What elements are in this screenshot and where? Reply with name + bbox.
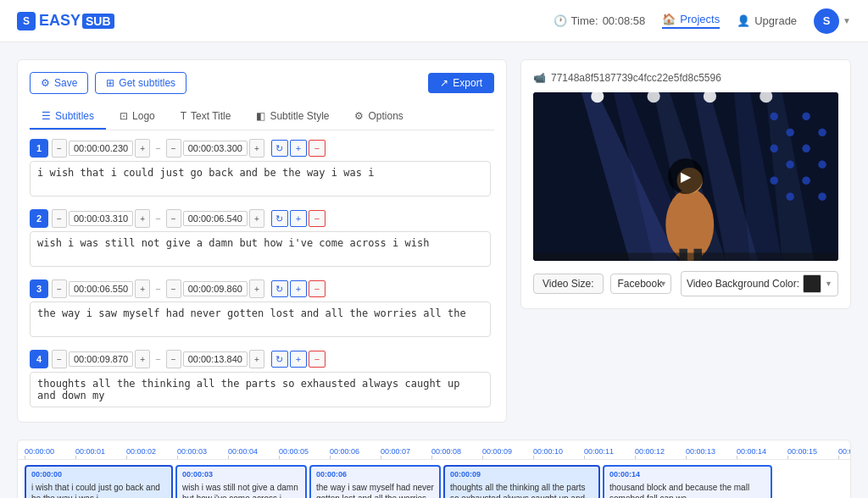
clip-start-time: 00:00:00 bbox=[31, 470, 166, 480]
avatar[interactable]: S bbox=[814, 8, 839, 34]
end-time-increase[interactable]: + bbox=[249, 279, 264, 298]
save-button[interactable]: ⚙ Save bbox=[30, 72, 88, 94]
timeline-clip[interactable]: 00:00:00 i wish that i could just go bac… bbox=[25, 465, 173, 498]
avatar-dropdown[interactable]: S ▼ bbox=[814, 8, 851, 34]
projects-nav[interactable]: 🏠 Projects bbox=[662, 13, 720, 29]
svg-point-15 bbox=[818, 161, 826, 169]
timeline-container: 00:00:0000:00:0100:00:0200:00:0300:00:04… bbox=[17, 440, 851, 498]
remove-row-button[interactable]: − bbox=[309, 351, 326, 368]
export-button[interactable]: ↗ Export bbox=[428, 73, 494, 93]
subtitle-number: 2 bbox=[30, 209, 48, 228]
end-time-decrease[interactable]: − bbox=[166, 139, 181, 158]
refresh-button[interactable]: ↻ bbox=[271, 351, 288, 368]
tab-logo[interactable]: ⊡ Logo bbox=[108, 104, 167, 130]
end-time-decrease[interactable]: − bbox=[166, 209, 181, 228]
ruler-tick: 00:00:14 bbox=[737, 447, 787, 456]
tab-options[interactable]: ⚙ Options bbox=[342, 104, 415, 130]
projects-label: Projects bbox=[680, 13, 720, 25]
export-icon: ↗ bbox=[440, 77, 448, 89]
add-row-button[interactable]: + bbox=[290, 280, 307, 297]
ruler-tick: 00:00:08 bbox=[431, 447, 482, 456]
svg-point-9 bbox=[786, 129, 793, 136]
add-row-button[interactable]: + bbox=[290, 210, 307, 227]
video-icon: 📹 bbox=[533, 72, 546, 84]
end-time-decrease[interactable]: − bbox=[166, 350, 181, 368]
start-time-decrease[interactable]: − bbox=[52, 139, 67, 158]
start-time-value: 00:00:09.870 bbox=[69, 351, 133, 367]
timeline-ruler: 00:00:0000:00:0100:00:0200:00:0300:00:04… bbox=[18, 447, 850, 460]
time-dash: − bbox=[153, 143, 162, 153]
timeline-clip[interactable]: 00:00:09 thoughts all the thinking all t… bbox=[443, 465, 600, 498]
end-time-decrease[interactable]: − bbox=[166, 279, 181, 298]
start-time-increase[interactable]: + bbox=[135, 279, 150, 298]
timeline-tracks[interactable]: 00:00:00 i wish that i could just go bac… bbox=[18, 460, 850, 498]
end-time-increase[interactable]: + bbox=[249, 350, 264, 368]
start-time-decrease[interactable]: − bbox=[52, 279, 67, 298]
clock-icon: 🕐 bbox=[554, 14, 567, 27]
timeline-clip[interactable]: 00:00:03 wish i was still not give a dam… bbox=[175, 465, 307, 498]
ruler-tick: 00:00:05 bbox=[279, 447, 330, 456]
subtitle-style-tab-icon: ◧ bbox=[256, 110, 265, 122]
tab-subtitles[interactable]: ☰ Subtitles bbox=[30, 104, 106, 130]
add-row-button[interactable]: + bbox=[290, 140, 307, 157]
end-time-control: − 00:00:09.860 + bbox=[166, 279, 264, 298]
start-time-value: 00:00:00.230 bbox=[69, 141, 133, 156]
main-content: ⚙ Save ⊞ Get subtitles ↗ Export ☰ Subtit… bbox=[0, 42, 868, 440]
timeline-clip[interactable]: 00:00:14 thousand block and because the … bbox=[603, 465, 772, 498]
color-dropdown-arrow-icon[interactable]: ▼ bbox=[825, 279, 832, 288]
remove-row-button[interactable]: − bbox=[309, 280, 326, 297]
video-size-select[interactable]: Facebook YouTube Instagram Twitter Custo… bbox=[610, 274, 671, 294]
video-player[interactable]: ▶ bbox=[533, 92, 838, 261]
color-swatch[interactable] bbox=[803, 274, 821, 293]
home-icon: 🏠 bbox=[662, 13, 676, 25]
time-dash: − bbox=[153, 284, 162, 294]
ruler-tick: 00:00:02 bbox=[126, 447, 177, 456]
tab-text-title[interactable]: T Text Title bbox=[169, 104, 243, 130]
start-time-decrease[interactable]: − bbox=[52, 209, 67, 228]
start-time-decrease[interactable]: − bbox=[52, 350, 67, 368]
remove-row-button[interactable]: − bbox=[309, 210, 326, 227]
svg-point-18 bbox=[802, 176, 810, 184]
svg-point-20 bbox=[665, 189, 714, 261]
subtitle-row: 2 − 00:00:03.310 + − − 00:00:06.540 + ↻ … bbox=[30, 209, 491, 269]
subtitle-text-input[interactable]: the way i saw myself had never gotten lo… bbox=[30, 302, 491, 337]
ruler-tick: 00:00:15 bbox=[787, 447, 838, 456]
subtitle-text-input[interactable]: thoughts all the thinking all the parts … bbox=[30, 372, 491, 407]
clip-text: wish i was still not give a damn but how… bbox=[182, 482, 300, 498]
video-size-button[interactable]: Video Size: bbox=[533, 274, 604, 294]
remove-row-button[interactable]: − bbox=[309, 140, 326, 157]
start-time-control: − 00:00:00.230 + bbox=[52, 139, 150, 158]
subtitle-row: 4 − 00:00:09.870 + − − 00:00:13.840 + ↻ … bbox=[30, 350, 491, 410]
refresh-button[interactable]: ↻ bbox=[271, 140, 288, 157]
refresh-button[interactable]: ↻ bbox=[271, 280, 288, 297]
subtitle-text-input[interactable]: i wish that i could just go back and be … bbox=[30, 161, 491, 196]
row-actions: ↻ + − bbox=[271, 280, 326, 297]
tab-subtitle-style[interactable]: ◧ Subtitle Style bbox=[244, 104, 341, 130]
ruler-tick: 00:00:04 bbox=[228, 447, 279, 456]
start-time-increase[interactable]: + bbox=[135, 139, 150, 158]
video-size-select-wrapper: Facebook YouTube Instagram Twitter Custo… bbox=[610, 274, 674, 294]
subtitle-number: 4 bbox=[30, 350, 48, 368]
subtitle-times: 2 − 00:00:03.310 + − − 00:00:06.540 + ↻ … bbox=[30, 209, 491, 228]
refresh-button[interactable]: ↻ bbox=[271, 210, 288, 227]
subtitle-times: 3 − 00:00:06.550 + − − 00:00:09.860 + ↻ … bbox=[30, 279, 491, 298]
row-actions: ↻ + − bbox=[271, 351, 326, 368]
text-title-tab-icon: T bbox=[181, 110, 186, 122]
ruler-tick: 00:00:03 bbox=[177, 447, 228, 456]
subtitle-text-input[interactable]: wish i was still not give a damn but how… bbox=[30, 231, 491, 267]
ruler-tick: 00:00:11 bbox=[584, 447, 635, 456]
ruler-tick: 00:00:10 bbox=[533, 447, 584, 456]
options-tab-icon: ⚙ bbox=[354, 110, 364, 122]
start-time-increase[interactable]: + bbox=[135, 350, 150, 368]
logo-icon: S bbox=[17, 12, 36, 30]
get-subtitles-button[interactable]: ⊞ Get subtitles bbox=[95, 72, 186, 94]
clip-start-time: 00:00:03 bbox=[182, 470, 300, 480]
tabs: ☰ Subtitles ⊡ Logo T Text Title ◧ Subtit… bbox=[30, 104, 494, 130]
add-row-button[interactable]: + bbox=[290, 351, 307, 368]
start-time-increase[interactable]: + bbox=[135, 209, 150, 228]
timeline-clip[interactable]: 00:00:06 the way i saw myself had never … bbox=[309, 465, 441, 498]
upgrade-nav[interactable]: 👤 Upgrade bbox=[737, 14, 797, 27]
end-time-increase[interactable]: + bbox=[249, 139, 264, 158]
play-button[interactable]: ▶ bbox=[668, 158, 704, 194]
end-time-increase[interactable]: + bbox=[249, 209, 264, 228]
